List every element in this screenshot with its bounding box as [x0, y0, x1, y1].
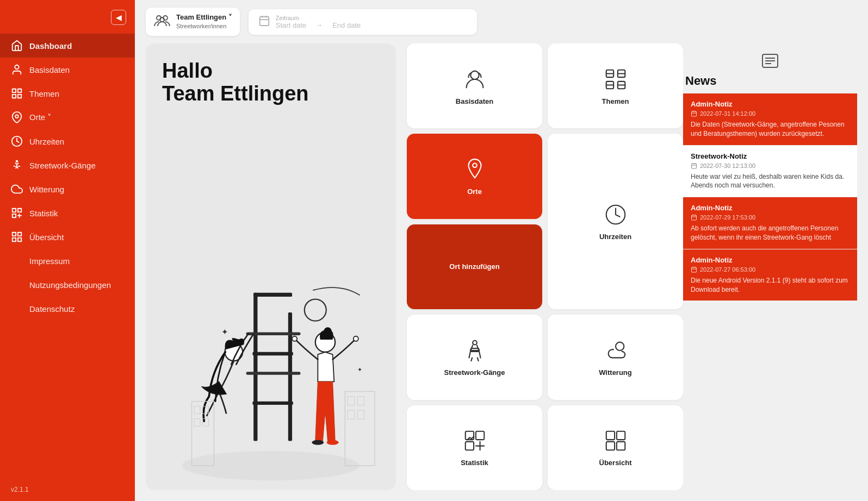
svg-rect-71	[606, 431, 614, 440]
uhrzeiten-card-label: Uhrzeiten	[599, 233, 631, 241]
date-selector[interactable]: Zeitraum Start date → End date	[249, 9, 477, 35]
team-subtitle: Streetworker/innen	[176, 22, 232, 30]
sidebar-item-dashboard[interactable]: Dashboard	[0, 34, 135, 58]
svg-point-35	[292, 336, 297, 341]
news-item-admin3: Admin-Notiz 2022-07-27 06:53:00 Die neue…	[683, 249, 857, 302]
sidebar-item-streetwork[interactable]: Streetwork-Gänge	[0, 153, 135, 177]
sidebar-collapse-button[interactable]: ◀	[111, 10, 126, 25]
svg-rect-10	[13, 214, 16, 217]
svg-rect-67	[475, 431, 483, 440]
clock-icon	[11, 135, 23, 147]
news-item-admin2: Admin-Notiz 2022-07-29 17:53:00 Ab sofor…	[683, 197, 857, 249]
spacer-icon2	[11, 279, 23, 291]
svg-rect-45	[348, 396, 355, 405]
news-item-admin1: Admin-Notiz 2022-07-31 14:12:00 Die Date…	[683, 93, 857, 146]
news-item-title-admin2: Admin-Notiz	[691, 204, 850, 212]
sidebar-item-basisdaten[interactable]: Basisdaten	[0, 58, 135, 82]
sidebar-nav: Dashboard Basisdaten Themen	[0, 30, 135, 478]
svg-rect-31	[246, 372, 301, 374]
cloud-icon	[11, 183, 23, 195]
sidebar-item-nutzung[interactable]: Nutzungsbedingungen	[0, 273, 135, 297]
main-area: Team Ettlingen ˅ Streetworker/innen Zeit…	[135, 0, 868, 501]
svg-rect-20	[260, 17, 269, 26]
svg-rect-44	[345, 391, 375, 465]
basisdaten-card-icon	[462, 67, 487, 92]
news-list: Admin-Notiz 2022-07-31 14:12:00 Die Date…	[683, 93, 857, 490]
svg-rect-27	[253, 292, 292, 296]
sidebar-item-label: Impressum	[29, 256, 70, 266]
chart-icon	[11, 207, 23, 219]
sidebar-item-label: Dashboard	[29, 41, 72, 51]
calendar-icon	[258, 15, 270, 29]
date-label: Zeitraum	[276, 15, 361, 21]
sidebar-item-themen[interactable]: Themen	[0, 82, 135, 105]
location-icon	[11, 111, 23, 123]
news-title: News	[683, 74, 857, 93]
team-icon	[153, 12, 171, 32]
sidebar-item-statistik[interactable]: Statistik	[0, 201, 135, 225]
svg-point-37	[312, 440, 324, 444]
date-values: Start date → End date	[276, 21, 361, 29]
news-item-date-admin1: 2022-07-31 14:12:00	[691, 110, 850, 117]
sidebar: ◀ Dashboard Basisdaten	[0, 0, 135, 501]
spacer-icon3	[11, 303, 23, 315]
streetwork-card-label: Streetwork-Gänge	[444, 368, 505, 377]
sidebar-item-label: Übersicht	[29, 233, 64, 242]
grid-card-uhrzeiten[interactable]: Uhrzeiten	[548, 134, 683, 309]
themen-card-label: Themen	[602, 97, 629, 105]
sidebar-item-uhrzeiten[interactable]: Uhrzeiten	[0, 129, 135, 153]
svg-rect-74	[616, 442, 624, 450]
svg-rect-15	[13, 238, 16, 241]
grid-card-themen[interactable]: Themen	[548, 43, 683, 128]
overview-icon	[11, 231, 23, 243]
hero-panel: Hallo Team Ettlingen	[146, 43, 396, 490]
svg-point-38	[327, 440, 339, 444]
sidebar-item-uebersicht[interactable]: Übersicht	[0, 225, 135, 249]
sidebar-item-orte[interactable]: Orte ˅	[0, 105, 135, 129]
grid-card-orte[interactable]: Orte	[407, 134, 542, 218]
orte-card-label: Orte	[467, 187, 482, 196]
svg-rect-2	[18, 89, 21, 92]
svg-point-52	[470, 71, 479, 79]
sidebar-item-label: Themen	[29, 89, 59, 98]
sidebar-item-impressum[interactable]: Impressum	[0, 249, 135, 273]
grid-card-uebersicht[interactable]: Übersicht	[548, 405, 683, 490]
grid-card-ort-hinzu[interactable]: Ort hinzufügen	[407, 224, 542, 309]
news-item-title-sw1: Streetwork-Notiz	[691, 152, 850, 160]
grid-card-statistik[interactable]: Statistik	[407, 405, 542, 490]
witterung-card-icon	[603, 338, 628, 363]
grid-card-streetwork[interactable]: Streetwork-Gänge	[407, 315, 542, 399]
sidebar-item-datenschutz[interactable]: Datenschutz	[0, 297, 135, 321]
svg-point-36	[354, 336, 358, 341]
svg-point-63	[473, 341, 477, 345]
svg-rect-73	[606, 442, 614, 450]
svg-point-61	[473, 164, 477, 168]
statistik-card-label: Statistik	[461, 459, 488, 467]
news-item-body-admin2: Ab sofort werden auch die angetroffenen …	[691, 224, 850, 242]
news-item-sw1: Streetwork-Notiz 2022-07-30 12:13:00 Heu…	[683, 146, 857, 198]
news-item-title-admin1: Admin-Notiz	[691, 100, 850, 108]
svg-rect-79	[692, 111, 697, 116]
team-selector[interactable]: Team Ettlingen ˅ Streetworker/innen	[146, 8, 240, 36]
news-item-date-admin3: 2022-07-27 06:53:00	[691, 266, 850, 273]
content-area: Hallo Team Ettlingen	[135, 43, 868, 501]
streetwork-card-icon	[462, 338, 487, 363]
date-start: Start date	[276, 21, 306, 29]
sidebar-item-label: Basisdaten	[29, 65, 70, 74]
svg-point-5	[15, 115, 18, 118]
svg-rect-42	[194, 418, 200, 426]
svg-rect-87	[692, 215, 697, 220]
statistik-card-icon	[462, 428, 487, 453]
svg-rect-28	[252, 352, 293, 355]
grid-card-witterung[interactable]: Witterung	[548, 315, 683, 399]
date-arrow: →	[316, 21, 323, 29]
svg-rect-14	[18, 233, 21, 236]
sidebar-item-witterung[interactable]: Witterung	[0, 177, 135, 201]
grid-card-basisdaten[interactable]: Basisdaten	[407, 43, 542, 128]
walk-icon	[11, 159, 23, 171]
spacer-icon	[11, 255, 23, 267]
sidebar-item-label: Nutzungsbedingungen	[29, 280, 111, 290]
home-icon	[11, 40, 23, 52]
sidebar-item-label: Streetwork-Gänge	[29, 161, 96, 170]
hero-illustration: ✦ ✦	[162, 116, 380, 490]
